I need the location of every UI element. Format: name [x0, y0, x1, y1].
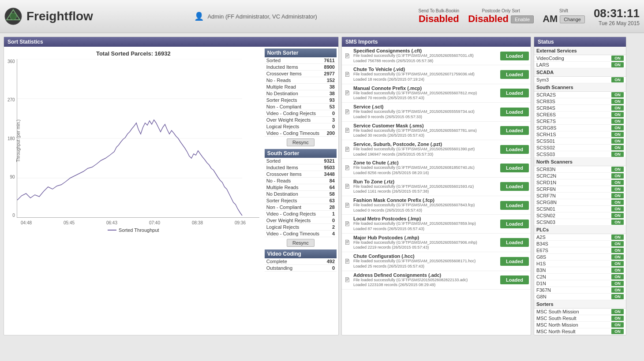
table-row: Multiple Read38: [265, 84, 337, 90]
sms-item-name: Fashion Mask Connote Prefix (.fcp): [353, 197, 498, 203]
postcode-only-label: Postcode Only Sort: [468, 8, 534, 13]
sms-item-file: File loaded successfully (G:\FTP\SMS\AM_…: [353, 147, 498, 157]
sms-loaded-button[interactable]: Loaded: [500, 238, 529, 247]
shift-value: AM: [543, 13, 558, 25]
sms-loaded-button[interactable]: Loaded: [500, 89, 529, 97]
sms-loaded-button[interactable]: Loaded: [500, 70, 529, 79]
sms-loaded-button[interactable]: Loaded: [500, 182, 529, 191]
row-value: 152: [322, 77, 337, 84]
sms-loaded-button[interactable]: Loaded: [500, 145, 529, 154]
sms-item-info: Run To Zone (.rtz) File loaded successfu…: [353, 179, 498, 194]
status-item: D1NON: [534, 280, 626, 287]
sms-imports-header: SMS Imports: [342, 37, 531, 47]
sms-item-info: Local Metro Postcodes (.lmp) File loaded…: [353, 216, 498, 231]
status-item: SCR83NON: [534, 166, 626, 173]
sms-loaded-button[interactable]: Loaded: [500, 164, 529, 172]
sms-item-info: Major Hub Postcodes (.mhp) File loaded s…: [353, 235, 498, 250]
table-row: Video - Coding Rejects1: [265, 211, 337, 217]
status-badge: ON: [611, 173, 624, 179]
north-resync-button[interactable]: Resync: [287, 138, 315, 146]
status-badge: ON: [611, 112, 624, 117]
status-item-name: SCRF6N: [536, 186, 556, 192]
row-label: Logical Rejects: [265, 123, 322, 130]
status-item: SCRA2SON: [534, 92, 626, 98]
chart-legend: Sorted Throughput: [7, 227, 259, 233]
south-sorter-title: South Sorter: [265, 149, 337, 158]
admin-label: Admin (FF Administrator, VC Administrato…: [207, 13, 317, 20]
row-value: 38: [322, 90, 337, 97]
table-row: No Destination38: [265, 90, 337, 97]
file-icon: 🖹: [344, 127, 351, 134]
y-axis-label: Throughput (per min.): [16, 119, 21, 162]
status-item-name: G8S: [536, 254, 546, 260]
sms-item: 🖹 Address Defined Consignments (.adc) Fi…: [342, 271, 531, 290]
sms-loaded-button[interactable]: Loaded: [500, 201, 529, 210]
x-label-5: 09:36: [235, 220, 246, 225]
row-value: 8900: [322, 64, 337, 71]
sms-item: 🖹 Service Customer Mask (.sms) File load…: [342, 122, 531, 140]
shift-ctrl: Shift AM Change: [543, 8, 585, 25]
send-to-bulk-ctrl: Send To Bulk-Bookin Disabled: [419, 8, 460, 25]
row-label: Sorted: [265, 57, 322, 64]
enable-button[interactable]: Enable: [511, 15, 534, 23]
sms-loaded-button[interactable]: Loaded: [500, 220, 529, 228]
north-sorter-section: North Sorter Sorted7611 Inducted Items89…: [265, 48, 337, 146]
x-label-2: 06:43: [106, 220, 117, 225]
file-icon: 🖹: [344, 220, 351, 227]
row-value: 7611: [322, 57, 337, 64]
header: Freightflow 👤 Admin (FF Administrator, V…: [0, 0, 644, 33]
sms-loaded-button[interactable]: Loaded: [500, 275, 529, 284]
status-item-name: SCRA2S: [536, 92, 556, 97]
status-item-name: SCRH1S: [536, 132, 556, 137]
status-item-name: SCRC2N: [536, 173, 556, 179]
sms-loaded-button[interactable]: Loaded: [500, 257, 529, 266]
status-item: VideoCoding ON: [534, 55, 626, 62]
file-icon: 🖹: [344, 89, 351, 97]
south-resync-button[interactable]: Resync: [287, 239, 315, 247]
sms-item-file: File loaded successfully (G:\FTP\SMS\AM_…: [353, 259, 498, 269]
sms-item-name: Run To Zone (.rtz): [353, 179, 498, 184]
status-item-name: SCR83S: [536, 99, 555, 104]
table-row: Non - Compliant53: [265, 104, 337, 110]
row-label: Complete: [265, 258, 316, 265]
table-row: Logical Rejects0: [265, 123, 337, 130]
legend-label: Sorted Throughput: [119, 227, 159, 233]
sms-item-name: Zone to Chute (.ztc): [353, 160, 498, 165]
status-item: SCSN02ON: [534, 212, 626, 219]
table-row: Crossover Items3448: [265, 171, 337, 178]
north-sorter-title: North Sorter: [265, 48, 337, 57]
status-item: SCRD1NON: [534, 179, 626, 186]
sort-stats-header: Sort Statistics: [4, 37, 338, 47]
status-badge: ON: [611, 132, 624, 137]
status-badge: ON: [611, 125, 624, 130]
status-item-name: B34S: [536, 241, 548, 246]
row-label: Over Weight Rejects: [265, 217, 322, 224]
sms-loaded-button[interactable]: Loaded: [500, 108, 529, 116]
status-badge: ON: [611, 200, 624, 205]
status-item-name: MSC South Mission: [536, 309, 579, 314]
status-item-name: SCRF7N: [536, 193, 556, 198]
status-item: G8SON: [534, 254, 626, 261]
sms-loaded-button[interactable]: Loaded: [500, 52, 529, 60]
sms-item: 🖹 Run To Zone (.rtz) File loaded success…: [342, 178, 531, 196]
main-content: Sort Statistics Total Sorted Parcels: 16…: [0, 33, 644, 339]
file-icon: 🖹: [344, 52, 351, 60]
sms-item: 🖹 Specified Consignments (.cft) File loa…: [342, 47, 531, 65]
status-item-name: SCR84S: [536, 105, 555, 111]
y-label-180: 180: [7, 136, 15, 141]
status-badge: ON: [611, 92, 624, 97]
table-row: No - Reads84: [265, 178, 337, 184]
logo-icon: [4, 7, 22, 25]
logo-text: Freightflow: [26, 9, 93, 23]
row-value: 3448: [322, 171, 337, 178]
sms-item-info: Address Defined Consignments (.adc) File…: [353, 272, 498, 288]
status-badge: ON: [611, 213, 624, 218]
postcode-only-ctrl: Postcode Only Sort Disabled Enable: [468, 8, 534, 25]
change-shift-button[interactable]: Change: [560, 15, 585, 23]
status-item: MSC North ResultON: [534, 328, 626, 335]
status-item: B34SON: [534, 241, 626, 247]
status-item-name: E67S: [536, 248, 548, 253]
table-row: Video - Coding Rejects0: [265, 110, 337, 117]
status-item: SCSN03ON: [534, 219, 626, 226]
sms-loaded-button[interactable]: Loaded: [500, 126, 529, 135]
